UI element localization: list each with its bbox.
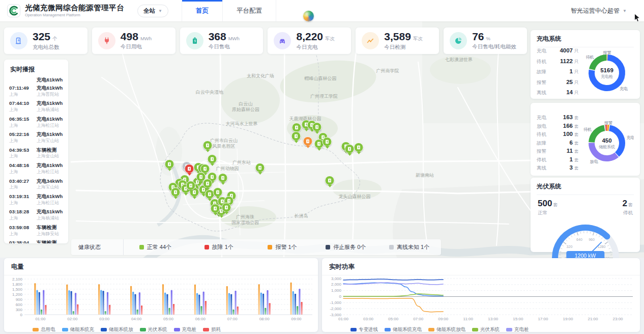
kpi-card-3: 368MWh今日售电 bbox=[180, 27, 264, 54]
chart-legend-item[interactable]: 储能系统充电 bbox=[385, 326, 422, 333]
broadcast-station: 上海宝山站 bbox=[37, 138, 63, 144]
health-item-离线未知[interactable]: 离线未知 1个 bbox=[377, 243, 441, 251]
stat-value: 14 bbox=[552, 89, 573, 95]
health-item-报警[interactable]: 报警 1个 bbox=[251, 243, 314, 251]
stat-value: 25 bbox=[552, 79, 573, 85]
tab-home[interactable]: 首页 bbox=[182, 0, 222, 21]
broadcast-station: 上海杨浦站 bbox=[37, 216, 63, 221]
chart-legend-item[interactable]: 光伏系统 bbox=[140, 326, 167, 333]
legend-label: 充电桩 bbox=[182, 326, 197, 333]
svg-text:640: 640 bbox=[576, 238, 582, 241]
svg-text:11:00: 11:00 bbox=[463, 317, 474, 321]
health-dot-icon bbox=[204, 245, 209, 249]
svg-text:06:00: 06:00 bbox=[195, 317, 206, 321]
map-marker-normal[interactable] bbox=[211, 204, 220, 217]
storage-stats: 充电163套放电166套待机100套故障6套报警11套停机1套离线3套 bbox=[537, 114, 580, 173]
top-bar: 光储充微网综合能源管理平台 Operation Management Platf… bbox=[0, 0, 644, 21]
stat-value: 3 bbox=[552, 164, 573, 171]
map-marker-normal[interactable] bbox=[208, 154, 217, 168]
map-marker-normal[interactable] bbox=[203, 179, 213, 192]
user-menu[interactable]: 智光运营中心超管 ▼ bbox=[571, 7, 627, 15]
svg-text:01:00: 01:00 bbox=[338, 317, 349, 321]
kpi-unit: MWh bbox=[228, 36, 240, 41]
chart-legend-item[interactable]: 充电桩 bbox=[174, 326, 197, 333]
charging-donut-chart: 报警充电待机5169充电枪 bbox=[580, 47, 634, 99]
stat-row: 待机100套 bbox=[537, 131, 580, 140]
legend-swatch-icon bbox=[472, 328, 478, 331]
map-marker-normal[interactable] bbox=[171, 187, 181, 201]
map-marker-normal[interactable] bbox=[186, 181, 196, 194]
broadcast-item: 03:40:27上海充电34kWh上海宝山站 bbox=[9, 176, 63, 191]
chart-legend-item[interactable]: 充电桩 bbox=[506, 326, 529, 333]
health-item-正常[interactable]: 正常 44个 bbox=[124, 243, 187, 251]
chart-legend-item[interactable]: 储能系统放 bbox=[101, 326, 133, 333]
kpi-value: 76 bbox=[472, 31, 484, 42]
health-item-故障[interactable]: 故障 1个 bbox=[187, 243, 251, 251]
stat-unit: 只 bbox=[574, 90, 580, 96]
pv-stopped-unit: 套 bbox=[628, 202, 633, 207]
kpi-unit: 车次 bbox=[325, 36, 335, 42]
svg-text:充电: 充电 bbox=[627, 135, 634, 140]
map-marker-normal[interactable] bbox=[165, 159, 174, 173]
map-marker-normal[interactable] bbox=[222, 203, 231, 216]
broadcast-station: 上海普陀站 bbox=[37, 92, 63, 97]
stat-value: 1 bbox=[552, 156, 573, 162]
pie-icon bbox=[450, 32, 467, 49]
chart-legend-item[interactable]: 总用电 bbox=[33, 326, 55, 333]
chart-legend-item[interactable]: 光伏系统 bbox=[472, 326, 500, 333]
broadcast-region: 上海 bbox=[9, 92, 34, 97]
stat-label: 待机 bbox=[537, 131, 552, 138]
health-item-停止服务[interactable]: 停止服务 0个 bbox=[314, 243, 377, 251]
stat-unit: 套 bbox=[574, 124, 580, 130]
broadcast-event: 车辆检测 bbox=[37, 147, 59, 153]
pv-stopped-stat: 2套 停机 bbox=[623, 199, 633, 216]
car-icon bbox=[274, 32, 291, 49]
broadcast-item: 充电61kWh bbox=[9, 77, 63, 83]
chart-legend-item[interactable]: 储能系统放电 bbox=[428, 326, 465, 333]
broadcast-station: 上海松江站 bbox=[37, 123, 63, 128]
map-marker-alarm[interactable] bbox=[303, 136, 313, 150]
stat-row: 报警11套 bbox=[537, 148, 580, 156]
stat-label: 离线 bbox=[537, 90, 552, 96]
map-marker-normal[interactable] bbox=[218, 173, 228, 187]
map-marker-normal[interactable] bbox=[213, 187, 223, 201]
legend-label: 储能系统放电 bbox=[436, 326, 465, 333]
health-item-label: 停止服务 0个 bbox=[333, 243, 366, 251]
stat-row: 离线14只 bbox=[537, 89, 580, 100]
map-marker-normal[interactable] bbox=[354, 143, 364, 156]
broadcast-region: 上海 bbox=[9, 107, 34, 113]
map-marker-normal[interactable] bbox=[203, 141, 213, 154]
stat-label: 故障 bbox=[537, 140, 552, 147]
svg-text:17:00: 17:00 bbox=[538, 317, 548, 321]
broadcast-event: 充电34kWh bbox=[37, 178, 63, 184]
kpi-card-4: 8,220车次今日充电 bbox=[268, 27, 351, 54]
svg-text:放电: 放电 bbox=[590, 159, 598, 164]
stat-unit: 套 bbox=[574, 165, 580, 172]
map-marker-normal[interactable] bbox=[325, 176, 335, 189]
map-marker-normal[interactable] bbox=[255, 163, 265, 177]
svg-text:5169: 5169 bbox=[600, 67, 613, 73]
app-switcher-icon[interactable] bbox=[303, 11, 314, 21]
map-marker-fault[interactable] bbox=[185, 164, 194, 178]
broadcast-time: 07:11:49 bbox=[9, 85, 34, 91]
chart-legend-item[interactable]: 损耗 bbox=[203, 326, 221, 333]
broadcast-region: 上海 bbox=[9, 216, 34, 221]
broadcast-region: 上海 bbox=[9, 154, 34, 159]
kpi-value: 8,220 bbox=[296, 31, 323, 42]
svg-text:充电: 充电 bbox=[620, 87, 628, 91]
kpi-label: 今日售电 bbox=[209, 43, 240, 50]
app-title-block: 光储充微网综合能源管理平台 Operation Management Platf… bbox=[25, 4, 124, 17]
map-marker-normal[interactable] bbox=[291, 131, 301, 145]
legend-label: 充电桩 bbox=[514, 326, 529, 333]
health-dot-icon bbox=[326, 245, 330, 249]
map-health-legend: 健康状态 正常 44个故障 1个报警 1个停止服务 0个离线未知 1个 bbox=[71, 239, 441, 255]
chart-legend-item[interactable]: 专变进线 bbox=[350, 326, 378, 333]
map-marker-normal[interactable] bbox=[323, 137, 332, 151]
tab-config[interactable]: 平台配置 bbox=[222, 0, 276, 21]
chart-legend-item[interactable]: 储能系统充 bbox=[62, 326, 95, 333]
stat-label: 待机 bbox=[537, 59, 552, 65]
stat-unit: 套 bbox=[574, 132, 580, 138]
map-marker-normal[interactable] bbox=[345, 144, 355, 158]
health-item-label: 报警 1个 bbox=[275, 243, 297, 251]
station-selector[interactable]: 全站 ▼ bbox=[137, 5, 168, 17]
